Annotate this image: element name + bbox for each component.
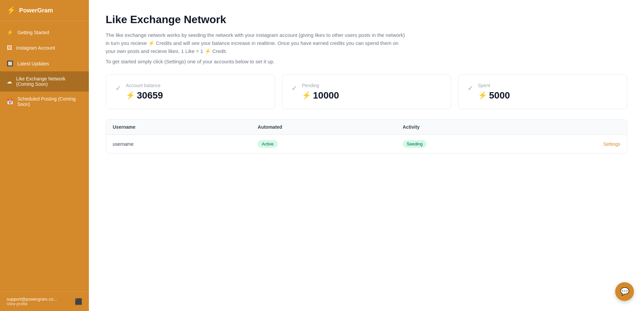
logo-text: PowerGram <box>19 7 53 14</box>
footer-view-profile[interactable]: View profile <box>7 302 57 306</box>
stat-label-spent: Spent <box>478 83 510 88</box>
logo: ⚡ PowerGram <box>0 0 89 21</box>
lightning-icon-2: ⚡ <box>205 48 212 54</box>
sidebar-item-label: Latest Updates <box>17 61 49 66</box>
chat-icon: 💬 <box>620 287 629 296</box>
lightning-icon: ⚡ <box>7 29 13 36</box>
stat-value-spent: ⚡ 5000 <box>478 90 510 101</box>
lightning-icon: ⚡ <box>478 91 487 100</box>
page-title: Like Exchange Network <box>106 13 627 26</box>
check-icon-pending: ✓ <box>291 84 297 92</box>
stat-value-pending: ⚡ 10000 <box>302 90 339 101</box>
stat-label-balance: Account balance <box>126 83 163 88</box>
logout-icon: ⬛ <box>75 298 82 305</box>
lightning-icon-1: ⚡ <box>148 40 156 46</box>
stat-card-balance: ✓ Account balance ⚡ 30659 <box>106 74 275 109</box>
page-description: The like exchange network works by seedi… <box>106 31 408 55</box>
logo-icon: ⚡ <box>7 6 16 15</box>
sidebar-item-label: Instagram Account <box>16 45 55 51</box>
col-header-action <box>548 124 620 130</box>
image-icon: 🖼 <box>7 45 12 51</box>
sidebar-item-label: Like Exchange Network (Coming Soon) <box>16 76 82 87</box>
footer-info: support@powergram.co... View profile <box>7 297 57 306</box>
updates-icon: 🔲 <box>7 60 13 67</box>
calendar-icon: 📅 <box>7 99 13 105</box>
footer-email: support@powergram.co... <box>7 297 57 302</box>
cloud-icon: ☁ <box>7 78 12 85</box>
sidebar-item-latest-updates[interactable]: 🔲 Latest Updates <box>0 56 89 71</box>
badge-active: Active <box>258 140 277 148</box>
sidebar-item-like-exchange[interactable]: ☁ Like Exchange Network (Coming Soon) <box>0 71 89 91</box>
sidebar-item-label: Getting Started <box>17 30 49 35</box>
sidebar-item-scheduled-posting[interactable]: 📅 Scheduled Posting (Coming Soon) <box>0 91 89 112</box>
lightning-icon: ⚡ <box>302 91 311 100</box>
sidebar-item-getting-started[interactable]: ⚡ Getting Started <box>0 24 89 40</box>
cell-activity: Seeding <box>403 140 548 148</box>
lightning-icon: ⚡ <box>126 91 135 100</box>
col-header-activity: Activity <box>403 124 548 130</box>
sidebar: ⚡ PowerGram ⚡ Getting Started 🖼 Instagra… <box>0 0 89 311</box>
table-header: Username Automated Activity <box>106 120 627 135</box>
desc-text-3: Credit. <box>212 48 227 54</box>
stat-value-balance: ⚡ 30659 <box>126 90 163 101</box>
col-header-username: Username <box>113 124 258 130</box>
stat-card-pending: ✓ Pending ⚡ 10000 <box>282 74 451 109</box>
stats-row: ✓ Account balance ⚡ 30659 ✓ Pending ⚡ 10… <box>106 74 627 109</box>
settings-link[interactable]: Settings <box>548 141 620 147</box>
stat-card-spent: ✓ Spent ⚡ 5000 <box>458 74 627 109</box>
main-content: Like Exchange Network The like exchange … <box>89 0 644 311</box>
page-cta: To get started simply click (Settings) o… <box>106 59 627 64</box>
sidebar-item-label: Scheduled Posting (Coming Soon) <box>17 96 82 107</box>
sidebar-footer: support@powergram.co... View profile ⬛ <box>0 292 89 311</box>
logout-button[interactable]: ⬛ <box>75 298 82 305</box>
sidebar-nav: ⚡ Getting Started 🖼 Instagram Account 🔲 … <box>0 21 89 292</box>
stat-label-pending: Pending <box>302 83 339 88</box>
col-header-automated: Automated <box>258 124 402 130</box>
table-row: username Active Seeding Settings <box>106 135 627 153</box>
badge-seeding: Seeding <box>403 140 427 148</box>
cell-username: username <box>113 141 258 147</box>
chat-button[interactable]: 💬 <box>615 282 634 301</box>
cell-automated: Active <box>258 140 402 148</box>
sidebar-item-instagram-account[interactable]: 🖼 Instagram Account <box>0 40 89 56</box>
check-icon-balance: ✓ <box>115 84 121 92</box>
accounts-table: Username Automated Activity username Act… <box>106 119 627 153</box>
check-icon-spent: ✓ <box>468 84 473 92</box>
